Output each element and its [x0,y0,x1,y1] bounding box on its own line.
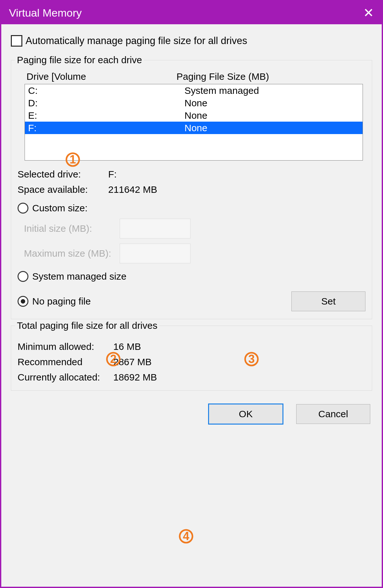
dialog-body: Automatically manage paging file size fo… [1,24,382,587]
drive-row[interactable]: F: None [25,122,363,134]
radio-no-paging-row[interactable]: No paging file [18,296,91,307]
ok-button[interactable]: OK [208,403,283,425]
current-value: 18692 MB [113,372,157,383]
space-available-label: Space available: [18,184,108,195]
drive-row[interactable]: C: System managed [25,84,363,97]
initial-size-row: Initial size (MB): [18,219,365,238]
maximum-size-label: Maximum size (MB): [24,248,120,259]
drive-group-legend: Paging file size for each drive [15,55,144,65]
auto-manage-row: Automatically manage paging file size fo… [11,35,372,47]
radio-custom[interactable] [18,203,28,214]
maximum-size-input[interactable] [120,244,191,263]
drive-cell-size: None [184,97,360,109]
drive-list[interactable]: C: System managed D: None E: None F: Non… [25,84,363,161]
recommended-value: 2867 MB [113,357,152,367]
radio-no-paging-label: No paging file [32,296,91,307]
radio-system-managed-row[interactable]: System managed size [18,271,365,282]
no-paging-and-set-row: No paging file Set [18,291,365,311]
drive-row[interactable]: D: None [25,97,363,109]
window-title: Virtual Memory [9,7,82,19]
drive-cell-size: None [184,122,360,134]
totals-legend: Total paging file size for all drives [15,320,159,331]
title-bar: Virtual Memory ✕ [1,1,382,24]
annotation-4-label: 4 [183,530,189,543]
initial-size-label: Initial size (MB): [24,223,120,234]
maximum-size-row: Maximum size (MB): [18,244,365,263]
selected-drive-row: Selected drive: F: [18,169,365,180]
drive-cell-size: System managed [184,84,360,97]
annotation-4-icon: 4 [178,529,194,544]
drive-header-drive: Drive [Volume [26,71,176,82]
dialog-buttons: OK Cancel [11,403,372,425]
totals-group: Total paging file size for all drives Mi… [11,326,372,391]
drive-cell-size: None [184,109,360,122]
cancel-button[interactable]: Cancel [296,404,370,424]
initial-size-input[interactable] [120,219,191,238]
radio-custom-label: Custom size: [32,203,87,214]
drive-cell-drive: D: [28,97,184,109]
virtual-memory-dialog: Virtual Memory ✕ Automatically manage pa… [0,0,383,588]
svg-point-3 [180,530,192,543]
space-available-row: Space available: 211642 MB [18,184,365,195]
radio-system-managed-label: System managed size [32,271,126,282]
drive-list-headers: Drive [Volume Paging File Size (MB) [18,71,365,84]
radio-system-managed[interactable] [18,271,28,282]
close-icon[interactable]: ✕ [363,6,374,19]
drive-group: Paging file size for each drive Drive [V… [11,60,372,319]
radio-no-paging[interactable] [18,296,28,307]
minimum-row: Minimum allowed: 16 MB [18,341,365,352]
auto-manage-checkbox[interactable] [11,35,22,47]
current-label: Currently allocated: [18,372,113,383]
drive-row[interactable]: E: None [25,109,363,122]
recommended-label: Recommended [18,357,113,367]
auto-manage-label: Automatically manage paging file size fo… [26,35,247,47]
set-button[interactable]: Set [291,291,365,311]
recommended-row: Recommended 2867 MB [18,357,365,367]
drive-cell-drive: F: [28,122,184,134]
minimum-label: Minimum allowed: [18,341,113,352]
radio-custom-row[interactable]: Custom size: [18,203,365,214]
drive-cell-drive: C: [28,84,184,97]
minimum-value: 16 MB [113,341,141,352]
selected-drive-value: F: [108,169,117,180]
drive-header-size: Paging File Size (MB) [176,71,363,82]
space-available-value: 211642 MB [108,184,157,195]
current-row: Currently allocated: 18692 MB [18,372,365,383]
selected-drive-label: Selected drive: [18,169,108,180]
drive-cell-drive: E: [28,109,184,122]
